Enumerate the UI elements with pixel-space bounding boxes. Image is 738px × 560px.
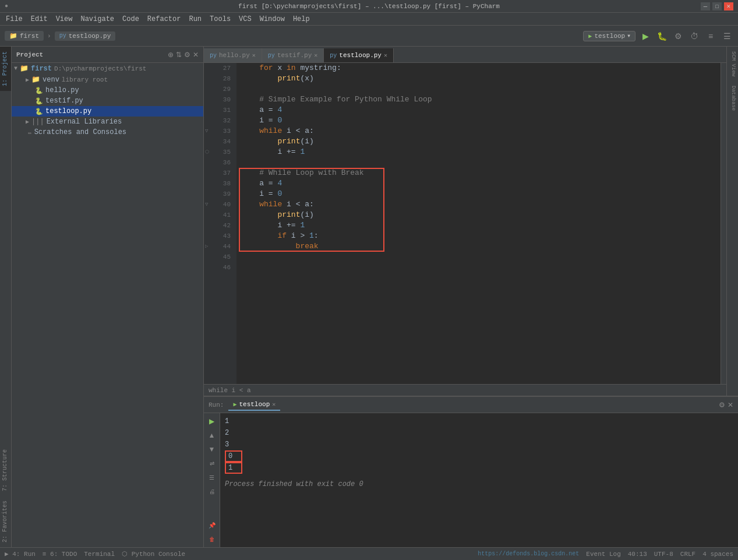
sidebar-locate-icon[interactable]: ⊕ [168, 51, 174, 59]
tab-testloop-py[interactable]: py testloop.py ✕ [324, 48, 394, 62]
code-line-36 [236, 157, 721, 168]
menu-view[interactable]: View [52, 14, 76, 24]
run-tab-label: testloop [239, 401, 270, 408]
more-button[interactable]: ≡ [704, 30, 717, 43]
bottom-tab-actions: ⚙ ✕ [719, 401, 733, 409]
line-36: 36 [204, 157, 233, 168]
code-line-35: i += 1 [236, 147, 721, 157]
menu-edit[interactable]: Edit [27, 14, 51, 24]
output-line-2: 2 [225, 427, 733, 439]
tree-item-label: first [31, 65, 52, 73]
code-line-42: i += 1 [236, 220, 721, 231]
menu-run[interactable]: Run [185, 14, 205, 24]
bottom-bar-python-console[interactable]: ⬡ Python Console [122, 550, 185, 558]
menu-tools[interactable]: Tools [206, 14, 234, 24]
filter-button[interactable]: ☰ [206, 471, 218, 483]
bottom-bar-todo[interactable]: ≡ 6: TODO [43, 551, 77, 558]
watermark-link[interactable]: https://defonds.blog.csdn.net [478, 551, 579, 557]
code-line-28: print(x) [236, 73, 721, 84]
pin-button[interactable]: 📌 [206, 519, 218, 531]
scroll-up-button[interactable]: ▲ [206, 429, 218, 441]
left-tab-favorites[interactable]: 2: Favorites [0, 496, 11, 547]
tree-item-scratches[interactable]: ✏ Scratches and Consoles [12, 127, 203, 138]
code-line-30: # Simple Example for Python While Loop [236, 94, 721, 105]
maximize-button[interactable]: □ [712, 2, 722, 10]
breadcrumb-first[interactable]: 📁 first [5, 31, 44, 41]
code-line-34: print(i) [236, 136, 721, 147]
tree-item-hello-py[interactable]: 🐍 hello.py [12, 85, 203, 96]
sidebar-expand-icon[interactable]: ⇅ [176, 51, 182, 59]
menu-help[interactable]: Help [289, 14, 313, 24]
sidebar-close-icon[interactable]: ✕ [193, 51, 199, 59]
left-tab-project[interactable]: 1: Project [0, 47, 11, 91]
sidebar-settings-icon[interactable]: ⚙ [184, 51, 190, 59]
bottom-close-icon[interactable]: ✕ [728, 401, 733, 409]
fold-44-icon: ▷ [205, 241, 208, 252]
left-tab-structure[interactable]: 7: Structure [0, 445, 11, 496]
wrap-button[interactable]: ⇌ [206, 457, 218, 469]
code-area[interactable]: for x in mystring: print(x) # Simple Exa… [236, 63, 721, 384]
run-tab-close[interactable]: ✕ [272, 401, 276, 408]
tree-item-first-root[interactable]: ▼ 📁 first D:\pycharmprojects\first [12, 63, 203, 74]
toolbar: 📁 first › py testloop.py ▶ testloop ▼ ▶ … [0, 26, 738, 47]
arrow-down-icon: ▼ [14, 65, 17, 72]
bottom-tabs: Run: ▶ testloop ✕ ⚙ ✕ [204, 397, 738, 413]
project-sidebar: Project ⊕ ⇅ ⚙ ✕ ▼ 📁 first D:\pycharmproj… [12, 47, 204, 547]
menu-refactor[interactable]: Refactor [144, 14, 185, 24]
editor-tabs: py hello.py ✕ py testif.py ✕ py testloop… [204, 47, 726, 63]
bottom-settings-icon[interactable]: ⚙ [719, 401, 725, 409]
tab-hello-close[interactable]: ✕ [252, 52, 256, 59]
print-button[interactable]: 🖨 [206, 485, 218, 497]
bottom-panel: Run: ▶ testloop ✕ ⚙ ✕ ▶ ▲ ▼ ⇌ ☰ [204, 396, 738, 547]
menu-vcs[interactable]: VCS [235, 14, 255, 24]
arrow-right-icon: ▶ [26, 76, 29, 83]
menu-window[interactable]: Window [256, 14, 288, 24]
line-38: 38 [204, 178, 233, 189]
profile-button[interactable]: ⏱ [688, 30, 701, 43]
bottom-bar-event-log[interactable]: Event Log [586, 551, 620, 558]
line-30: 30 [204, 94, 233, 105]
delete-button[interactable]: 🗑 [206, 533, 218, 545]
tree-item-venv[interactable]: ▶ 📁 venv library root [12, 74, 203, 85]
run-config-dropdown-icon: ▼ [627, 33, 630, 38]
line-28: 28 [204, 73, 233, 84]
file-hello-icon: 🐍 [35, 87, 43, 94]
editor-scrollbar[interactable] [721, 63, 726, 384]
output-line-0: 0 [225, 450, 242, 462]
scroll-down-button[interactable]: ▼ [206, 443, 218, 455]
tree-item-external-libs[interactable]: ▶ ||| External Libraries [12, 117, 203, 127]
breadcrumb-testloop[interactable]: py testloop.py [55, 31, 116, 41]
bottom-bar-terminal[interactable]: Terminal [84, 551, 115, 558]
coverage-button[interactable]: ⚙ [672, 30, 684, 43]
code-line-46 [236, 262, 721, 273]
tab-testif-py[interactable]: py testif.py ✕ [262, 48, 324, 62]
tab-testif-close[interactable]: ✕ [314, 52, 317, 59]
menu-navigate[interactable]: Navigate [77, 14, 118, 24]
line-sep-label: CRLF [680, 551, 695, 558]
menu-code[interactable]: Code [119, 14, 143, 24]
right-tab-scm[interactable]: SCM View [727, 47, 738, 81]
breadcrumb-separator: › [47, 33, 51, 40]
tree-item-testloop-py[interactable]: 🐍 testloop.py [12, 106, 203, 117]
debug-button[interactable]: 🐛 [655, 30, 668, 43]
minimize-button[interactable]: ─ [701, 2, 710, 10]
bottom-tab-testloop[interactable]: ▶ testloop ✕ [228, 399, 280, 411]
tab-testloop-close[interactable]: ✕ [384, 52, 387, 59]
tab-hello-py[interactable]: py hello.py ✕ [204, 48, 262, 62]
settings-button[interactable]: ☰ [721, 30, 733, 43]
sidebar-title: Project [16, 51, 43, 58]
run-button[interactable]: ▶ [639, 30, 652, 43]
code-line-43: if i > 1: [236, 231, 721, 241]
right-tab-database[interactable]: Database [727, 81, 738, 115]
rerun-button[interactable]: ▶ [206, 415, 218, 427]
line-37: 37 [204, 168, 233, 178]
menu-file[interactable]: File [2, 14, 26, 24]
close-button[interactable]: ✕ [724, 2, 733, 10]
run-configuration[interactable]: ▶ testloop ▼ [583, 31, 635, 41]
tab-hello-label: hello.py [219, 52, 250, 59]
bottom-bar-run[interactable]: ▶ 4: Run [5, 550, 36, 558]
output-process-msg: Process finished with exit code 0 [225, 478, 733, 490]
tree-item-testif-py[interactable]: 🐍 testif.py [12, 96, 203, 106]
run-tab-icon: ▶ [233, 401, 236, 408]
line-34: 34 [204, 136, 233, 147]
